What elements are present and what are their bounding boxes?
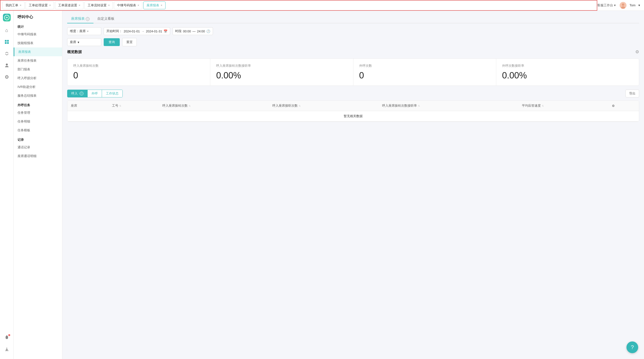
avatar <box>620 2 626 9</box>
main-row: ⌂ ⚙ 呼叫中心 统计中继号码报表技能组报 <box>0 11 644 359</box>
tab-close-trunk-report[interactable]: × <box>138 4 139 7</box>
sub-tabs: 呼入ⓘ外呼工作状态 <box>67 90 123 97</box>
nav-item-task-detail[interactable]: 任务明细 <box>14 117 62 126</box>
content-tab-custom-dashboard-tab[interactable]: 自定义看板 <box>94 15 118 23</box>
overview-section-header: 概览数据 ⚙ <box>67 49 639 55</box>
sidebar-icon-download[interactable] <box>2 344 12 354</box>
nav-section-title: 外呼任务 <box>14 100 62 108</box>
sidebar-icon-settings[interactable]: ⚙ <box>2 72 12 82</box>
time-range-picker[interactable]: 时段 00:00 — 24:00 🕐 <box>172 27 213 35</box>
nav-item-call-record[interactable]: 通话记录 <box>14 143 62 152</box>
nav-item-task-mgmt[interactable]: 任务管理 <box>14 108 62 117</box>
query-button[interactable]: 查询 <box>104 38 120 46</box>
tab-bar: 我的工单×工单处理设置×工单渠道设置×工单流转设置×中继号码报表×座席报表× <box>0 0 597 11</box>
svg-point-10 <box>6 335 7 336</box>
table-settings-icon[interactable]: ⚙ <box>612 104 615 108</box>
info-icon: ⓘ <box>86 17 90 21</box>
sub-tab-label: 工作状态 <box>106 91 118 96</box>
date-sep: → <box>142 30 144 33</box>
tab-item-ticket-settings[interactable]: 工单处理设置× <box>26 2 54 9</box>
tab-item-my-tickets[interactable]: 我的工单× <box>2 2 24 9</box>
tab-label: 工单渠道设置 <box>58 3 77 8</box>
workspace-selector[interactable]: 客服工作台 ▾ <box>597 3 616 8</box>
tab-item-flow-settings[interactable]: 工单流转设置× <box>84 2 113 9</box>
date-end: 2024-01-31 <box>146 30 162 33</box>
agent-placeholder: 座席 <box>70 40 76 44</box>
nav-item-skill-group-report[interactable]: 技能组报表 <box>14 39 62 48</box>
svg-rect-7 <box>7 42 9 44</box>
agent-select[interactable]: 座席 ▾ <box>67 38 101 46</box>
tab-close-agent-report[interactable]: × <box>161 4 162 7</box>
overview-card-outbound-rate: 外呼次数接听率 0.00% <box>496 59 639 86</box>
left-nav: 呼叫中心 统计中继号码报表技能组报表座席报表座席任务报表部门报表呼入呼损分析IV… <box>14 11 62 359</box>
user-area[interactable]: Tom ▾ <box>620 2 640 9</box>
content-tab-agent-report-tab[interactable]: 座席报表ⓘ <box>67 15 94 23</box>
tab-item-agent-report[interactable]: 座席报表× <box>143 2 166 9</box>
sub-tab-label: 呼入 <box>71 91 78 96</box>
data-table: 座席工号⇅呼入座席振铃次数⇅呼入座席接听次数⇅呼入座席振铃次数接听率⇅平均应答速… <box>67 100 639 122</box>
table-body: 暂无相关数据 <box>68 111 639 122</box>
tab-close-my-tickets[interactable]: × <box>20 4 22 7</box>
reset-button[interactable]: 重置 <box>122 38 137 46</box>
table-header-inbound-ring-count[interactable]: 呼入座席振铃次数⇅ <box>159 101 269 111</box>
tab-close-channel-settings[interactable]: × <box>78 4 80 7</box>
agent-chevron: ▾ <box>78 41 79 44</box>
nav-item-agent-call-detail[interactable]: 座席通话明细 <box>14 152 62 161</box>
tab-item-channel-settings[interactable]: 工单渠道设置× <box>55 2 84 9</box>
overview-card-outbound-count: 外呼次数 0 <box>354 59 496 86</box>
sort-icon: ⇅ <box>542 105 544 107</box>
tab-close-flow-settings[interactable]: × <box>108 4 110 7</box>
content-tab-label: 座席报表 <box>71 17 85 21</box>
main-content: 座席报表ⓘ自定义看板 维度：座席 ▾ 开始时间： 2024-01-01 → 20… <box>62 11 644 359</box>
nav-item-inbound-analysis[interactable]: 呼入呼损分析 <box>14 74 62 83</box>
table-header-agent: 座席 <box>68 101 108 111</box>
nav-item-dept-report[interactable]: 部门报表 <box>14 65 62 74</box>
user-name: Tom <box>630 4 636 7</box>
content-tabs: 座席报表ⓘ自定义看板 <box>67 15 639 23</box>
col-label: 平均应答速度 <box>522 104 541 107</box>
col-label: 工号 <box>112 104 118 107</box>
sidebar-icon-dashboard[interactable] <box>2 37 12 47</box>
filter-row-2: 座席 ▾ 查询 重置 <box>67 38 639 46</box>
sub-tab-outbound-subtab[interactable]: 外呼 <box>88 90 102 97</box>
nav-item-agent-report-nav[interactable]: 座席报表 <box>14 48 62 56</box>
sub-tabs-row: 呼入ⓘ外呼工作状态 导出 <box>67 90 639 97</box>
table-empty-tip: 暂无相关数据 <box>68 111 639 122</box>
sidebar-icon-home[interactable]: ⌂ <box>2 25 12 35</box>
sidebar-icon-notifications[interactable] <box>2 333 12 342</box>
nav-item-service-summary[interactable]: 服务总结报表 <box>14 91 62 100</box>
time-sep: — <box>192 30 196 33</box>
table-header-inbound-answer-count[interactable]: 呼入座席接听次数⇅ <box>269 101 379 111</box>
table-header-avg-answer-speed[interactable]: 平均应答速度⇅ <box>518 101 608 111</box>
time-range-prefix: 时段 <box>175 29 182 33</box>
sub-tab-inbound-subtab[interactable]: 呼入ⓘ <box>68 90 88 97</box>
nav-item-trunk-report-nav[interactable]: 中继号码报表 <box>14 30 62 39</box>
date-range-picker[interactable]: 开始时间： 2024-01-01 → 2024-01-31 📅 <box>104 27 170 35</box>
export-button[interactable]: 导出 <box>626 90 639 97</box>
sort-icon: ⇅ <box>188 105 190 107</box>
nav-item-agent-task-report[interactable]: 座席任务报表 <box>14 56 62 65</box>
tab-item-trunk-report[interactable]: 中继号码报表× <box>114 2 142 9</box>
table-header-job-no[interactable]: 工号⇅ <box>108 101 159 111</box>
sub-tab-work-status-subtab[interactable]: 工作状态 <box>102 90 122 97</box>
nav-item-ivr-analysis[interactable]: IVR轨迹分析 <box>14 83 62 91</box>
top-bar-right: 客服工作台 ▾ Tom ▾ <box>597 2 644 9</box>
card-value: 0 <box>359 70 490 81</box>
col-label: 座席 <box>71 104 77 107</box>
nav-section-title: 统计 <box>14 22 62 30</box>
sidebar-icon-contacts[interactable] <box>2 60 12 70</box>
time-start: 00:00 <box>183 30 191 33</box>
dimension-select[interactable]: 维度：座席 ▾ <box>67 27 101 35</box>
nav-item-task-template[interactable]: 任务模板 <box>14 126 62 135</box>
overview-settings-icon[interactable]: ⚙ <box>635 49 639 55</box>
help-button[interactable]: ? <box>626 341 638 353</box>
date-start: 2024-01-01 <box>124 30 140 33</box>
tab-label: 座席报表 <box>146 3 159 8</box>
sidebar-icon-routes[interactable] <box>2 49 12 59</box>
table-header-inbound-ring-answer-rate[interactable]: 呼入座席振铃次数接听率⇅ <box>379 101 518 111</box>
content-tab-label: 自定义看板 <box>97 17 114 21</box>
top-bar: 我的工单×工单处理设置×工单渠道设置×工单流转设置×中继号码报表×座席报表× 客… <box>0 0 644 11</box>
card-value: 0 <box>73 70 204 81</box>
clock-icon: 🕐 <box>206 30 210 33</box>
tab-close-ticket-settings[interactable]: × <box>49 4 51 7</box>
